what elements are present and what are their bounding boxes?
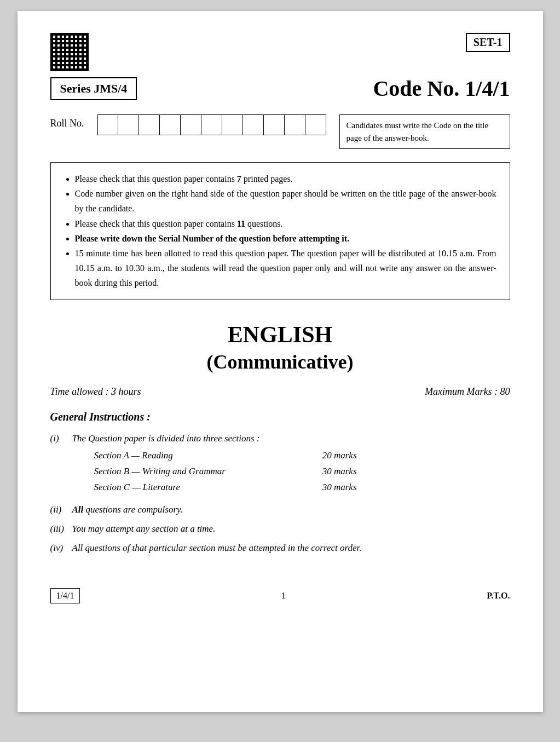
roll-box-9[interactable]: [264, 114, 285, 135]
roll-box-7[interactable]: [222, 114, 243, 135]
sec-label-2: Section B — Writing and Grammar: [94, 464, 302, 480]
footer-page-number: 1: [281, 591, 286, 601]
qr-code: [50, 33, 89, 71]
series-label: Series JMS/4: [50, 77, 137, 100]
sec-label-1: Section A — Reading: [94, 448, 302, 464]
roll-box-2[interactable]: [118, 114, 139, 135]
instruction-item-3: Please check that this question paper co…: [75, 216, 497, 231]
instruction-item-2: Code number given on the right hand side…: [75, 186, 497, 216]
gi-item-3: (iii)You may attempt any section at a ti…: [50, 521, 510, 536]
gi-num-4: (iv): [50, 540, 72, 555]
sec-label-3: Section C — Literature: [94, 480, 302, 496]
exam-paper: SET-1 Series JMS/4 Code No. 1/4/1 Roll N…: [18, 11, 543, 712]
roll-box-8[interactable]: [243, 114, 264, 135]
footer-code: 1/4/1: [50, 588, 80, 603]
roll-box-5[interactable]: [181, 114, 201, 135]
gi-content-4: All questions of that particular section…: [72, 540, 510, 555]
gi-num-3: (iii): [50, 521, 72, 536]
roll-box-11[interactable]: [305, 114, 326, 135]
gi-num-1: (i): [50, 431, 72, 446]
code-no: Code No. 1/4/1: [371, 76, 510, 101]
instructions-list: Please check that this question paper co…: [64, 171, 497, 291]
roll-box-10[interactable]: [285, 114, 305, 135]
roll-box-6[interactable]: [201, 114, 222, 135]
code-no-value: 1/4/1: [465, 76, 510, 101]
footer-pto: P.T.O.: [487, 591, 510, 601]
gi-num-2: (ii): [50, 502, 72, 517]
gi-content-3: You may attempt any section at a time.: [72, 521, 510, 536]
general-instructions: General Instructions : (i)The Question p…: [50, 411, 510, 555]
subject-title-line2: (Communicative): [50, 349, 510, 375]
section-row-3: Section C — Literature30 marks: [94, 480, 357, 496]
gi-content-2: All questions are compulsory.: [72, 502, 510, 517]
section-row-2: Section B — Writing and Grammar30 marks: [94, 464, 357, 480]
max-marks: Maximum Marks : 80: [425, 386, 510, 398]
sec-marks-3: 30 marks: [302, 480, 357, 496]
sec-marks-2: 30 marks: [302, 464, 357, 480]
roll-no-label: Roll No.: [50, 114, 84, 129]
code-no-label: Code No.: [373, 76, 459, 101]
subject-title: ENGLISH (Communicative): [50, 320, 510, 375]
time-marks-row: Time allowed : 3 hours Maximum Marks : 8…: [50, 386, 510, 398]
header-top: SET-1: [50, 33, 510, 71]
gi-item-2: (ii)All questions are compulsory.: [50, 502, 510, 517]
section-table: Section A — Reading20 marksSection B — W…: [94, 448, 510, 496]
footer: 1/4/1 1 P.T.O.: [50, 588, 510, 603]
roll-box-3[interactable]: [139, 114, 160, 135]
time-allowed: Time allowed : 3 hours: [50, 386, 141, 398]
section-row-1: Section A — Reading20 marks: [94, 448, 357, 464]
instruction-item-1: Please check that this question paper co…: [75, 171, 497, 186]
candidates-note: Candidates must write the Code on the ti…: [339, 114, 510, 149]
gi-item-1: (i)The Question paper is divided into th…: [50, 431, 510, 498]
sec-marks-1: 20 marks: [302, 448, 357, 464]
roll-row: Roll No. Candidates must write the Code …: [50, 114, 510, 149]
gi-item-4: (iv)All questions of that particular sec…: [50, 540, 510, 555]
gi-list: (i)The Question paper is divided into th…: [50, 431, 510, 555]
instructions-box: Please check that this question paper co…: [50, 162, 510, 300]
roll-box-4[interactable]: [160, 114, 181, 135]
roll-boxes: [97, 114, 326, 135]
roll-box-1[interactable]: [97, 114, 118, 135]
instruction-item-5: 15 minute time has been allotted to read…: [75, 246, 497, 291]
set-box: SET-1: [466, 33, 510, 52]
series-code-row: Series JMS/4 Code No. 1/4/1: [50, 76, 510, 101]
gi-content-1: The Question paper is divided into three…: [72, 431, 510, 498]
instruction-item-4: Please write down the Serial Number of t…: [75, 231, 497, 246]
gi-heading: General Instructions :: [50, 411, 510, 423]
subject-title-line1: ENGLISH: [50, 320, 510, 350]
